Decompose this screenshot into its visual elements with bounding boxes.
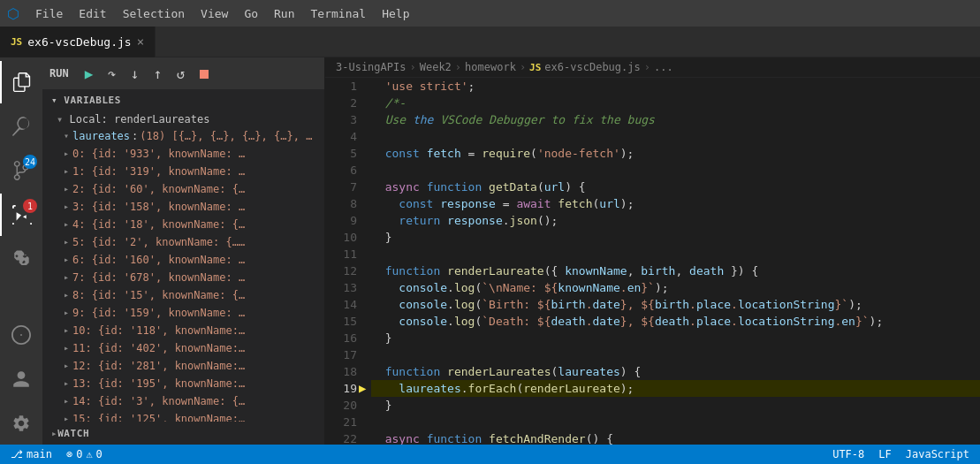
debug-toolbar: RUN ▶ ↷ ↓ ↑ ↺ ⏹: [42, 57, 324, 89]
laureates-value: (18) [{…}, {…}, {…}, {…}, …: [140, 128, 312, 144]
line-num-22: 22: [332, 430, 357, 445]
menu-file[interactable]: File: [28, 4, 70, 24]
local-scope-header[interactable]: Local: renderLaureates: [42, 111, 324, 127]
debug-step-out-button[interactable]: ↑: [148, 64, 168, 83]
debug-restart-button[interactable]: ↺: [171, 64, 191, 83]
variables-header[interactable]: VARIABLES: [42, 89, 324, 111]
code-line-15: console.log(`Death: ${death.date}, ${dea…: [371, 313, 980, 330]
breadcrumb-part-3[interactable]: homework: [465, 61, 516, 73]
activity-source-control[interactable]: 24: [0, 149, 42, 192]
var-item-3[interactable]: ▸3: {id: '158', knownName: {…}, given…: [42, 198, 324, 216]
var-item-6[interactable]: ▸6: {id: '160', knownName: {…}, given…: [42, 251, 324, 269]
editor-tab[interactable]: JS ex6-vscDebug.js ×: [0, 27, 156, 57]
tab-close-button[interactable]: ×: [137, 34, 144, 49]
var-item-1[interactable]: ▸1: {id: '319', knownName: {…}, given…: [42, 163, 324, 180]
activity-extensions[interactable]: [0, 238, 42, 280]
var-expand-9[interactable]: ▸: [64, 305, 69, 321]
var-expand-6[interactable]: ▸: [64, 252, 69, 268]
code-line-14: console.log(`Birth: ${birth.date}, ${bir…: [371, 296, 980, 313]
activity-remote[interactable]: [0, 314, 42, 356]
menu-view[interactable]: View: [194, 4, 235, 24]
var-item-12[interactable]: ▸12: {id: '281', knownName: {…}, give…: [42, 357, 324, 375]
var-expand-11[interactable]: ▸: [64, 340, 69, 356]
var-expand-10[interactable]: ▸: [64, 323, 69, 338]
var-item-4[interactable]: ▸4: {id: '18', knownName: {…}, givenN…: [42, 216, 324, 233]
debug-continue-button[interactable]: ▶: [80, 64, 99, 83]
var-item-0[interactable]: ▸0: {id: '933', knownName: {…}, given…: [42, 145, 324, 163]
status-language[interactable]: JavaScript: [906, 448, 969, 460]
var-item-11[interactable]: ▸11: {id: '402', knownName: {…}, give…: [42, 339, 324, 357]
var-expand-0[interactable]: ▸: [64, 146, 69, 162]
watch-panel[interactable]: WATCH: [42, 422, 324, 445]
menu-help[interactable]: Help: [375, 4, 416, 24]
line-num-13: 13: [332, 279, 357, 296]
laureates-name: laureates: [72, 128, 130, 144]
var-expand-8[interactable]: ▸: [64, 287, 69, 303]
line-num-6: 6: [332, 162, 357, 179]
status-encoding[interactable]: UTF-8: [832, 448, 864, 460]
var-item-15[interactable]: ▸15: {id: '125', knownName: {…}, give…: [42, 410, 324, 422]
menu-terminal[interactable]: Terminal: [304, 4, 374, 24]
line-num-17: 17: [332, 346, 357, 363]
var-expand-15[interactable]: ▸: [64, 411, 69, 422]
breadcrumb-part-2[interactable]: Week2: [420, 61, 452, 73]
var-expand-14[interactable]: ▸: [64, 393, 69, 409]
activity-explorer[interactable]: [0, 61, 42, 103]
debug-run-label: RUN: [49, 67, 69, 80]
var-expand-7[interactable]: ▸: [64, 270, 69, 285]
code-line-3: Use the VSCode Debugger to fix the bugs: [371, 111, 980, 128]
var-expand-3[interactable]: ▸: [64, 199, 69, 215]
var-item-5[interactable]: ▸5: {id: '2', knownName: {…}, givenNa…: [42, 233, 324, 251]
var-expand-5[interactable]: ▸: [64, 234, 69, 250]
code-line-18: function renderLaureates(laureates) {: [371, 363, 980, 380]
status-git[interactable]: ⎇ main: [11, 448, 52, 460]
var-item-7[interactable]: ▸7: {id: '678', knownName: {…}, given…: [42, 269, 324, 286]
activity-run-debug[interactable]: 1: [0, 194, 42, 236]
debug-arrow-icon: ▶: [359, 380, 366, 397]
activity-accounts[interactable]: [0, 358, 42, 400]
var-expand-13[interactable]: ▸: [64, 376, 69, 392]
var-item-9[interactable]: ▸9: {id: '159', knownName: {…}, given…: [42, 304, 324, 322]
menu-go[interactable]: Go: [237, 4, 265, 24]
status-line-ending[interactable]: LF: [878, 448, 891, 460]
var-expand-4[interactable]: ▸: [64, 217, 69, 232]
menu-selection[interactable]: Selection: [116, 4, 192, 24]
menu-run[interactable]: Run: [267, 4, 301, 24]
var-item-10[interactable]: ▸10: {id: '118', knownName: {…}, give…: [42, 322, 324, 339]
line-num-9: 9: [332, 212, 357, 229]
breadcrumb-part-5[interactable]: ...: [654, 61, 673, 73]
breadcrumb-part-4[interactable]: ex6-vscDebug.js: [544, 61, 640, 73]
status-errors[interactable]: ⊗ 0 ⚠ 0: [66, 448, 103, 460]
code-line-21: [371, 414, 980, 430]
code-line-22: async function fetchAndRender() {: [371, 430, 980, 445]
activity-settings[interactable]: [0, 402, 42, 445]
tab-label: ex6-vscDebug.js: [27, 35, 131, 49]
tab-file-icon: JS: [11, 36, 22, 48]
menu-edit[interactable]: Edit: [72, 4, 113, 24]
var-expand-1[interactable]: ▸: [64, 164, 69, 179]
code-line-17: [371, 346, 980, 363]
debug-stop-button[interactable]: ⏹: [194, 64, 214, 83]
code-editor[interactable]: 1234567891011121314151617181920212223 'u…: [325, 78, 980, 445]
activity-bar: 24 1: [0, 57, 42, 445]
line-num-16: 16: [332, 330, 357, 346]
code-line-10: }: [371, 229, 980, 246]
sidebar: RUN ▶ ↷ ↓ ↑ ↺ ⏹ VARIABLES Local: renderL…: [42, 57, 325, 445]
line-num-5: 5: [332, 145, 357, 162]
code-line-12: function renderLaureate({ knownName, bir…: [371, 262, 980, 279]
var-expand-2[interactable]: ▸: [64, 181, 69, 197]
var-item-2[interactable]: ▸2: {id: '60', knownName: {…}, givenN…: [42, 180, 324, 198]
code-line-13: console.log(`\nName: ${knownName.en}`);: [371, 279, 980, 296]
var-item-8[interactable]: ▸8: {id: '15', knownName: {…}, givenN…: [42, 286, 324, 304]
var-item-13[interactable]: ▸13: {id: '195', knownName: {…}, give…: [42, 375, 324, 392]
code-line-4: [371, 128, 980, 145]
breadcrumb-part-1[interactable]: 3-UsingAPIs: [336, 61, 406, 73]
var-expand-12[interactable]: ▸: [64, 358, 69, 374]
laureates-tree-item[interactable]: ▾ laureates : (18) [{…}, {…}, {…}, {…}, …: [42, 127, 324, 145]
debug-step-over-button[interactable]: ↷: [103, 64, 122, 83]
laureates-expand-icon[interactable]: ▾: [64, 128, 69, 144]
code-content[interactable]: 'use strict'; /*- Use the VSCode Debugge…: [364, 78, 980, 445]
activity-search[interactable]: [0, 105, 42, 148]
var-item-14[interactable]: ▸14: {id: '3', knownName: {…}, givenN…: [42, 392, 324, 410]
debug-step-into-button[interactable]: ↓: [125, 64, 145, 83]
